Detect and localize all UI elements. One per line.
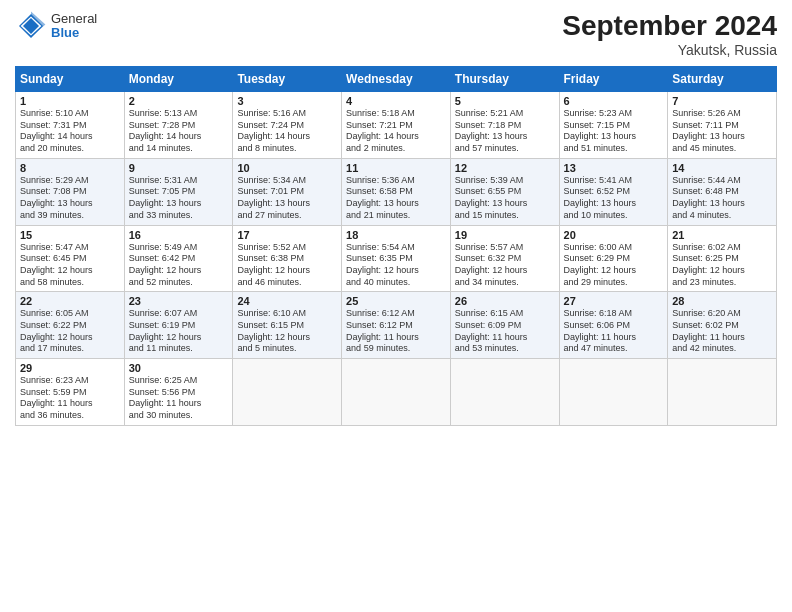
calendar-cell: 13Sunrise: 5:41 AM Sunset: 6:52 PM Dayli… bbox=[559, 158, 668, 225]
day-number: 16 bbox=[129, 229, 229, 241]
day-info: Sunrise: 5:41 AM Sunset: 6:52 PM Dayligh… bbox=[564, 175, 664, 222]
day-number: 30 bbox=[129, 362, 229, 374]
calendar-location: Yakutsk, Russia bbox=[562, 42, 777, 58]
day-info: Sunrise: 6:25 AM Sunset: 5:56 PM Dayligh… bbox=[129, 375, 229, 422]
calendar-cell bbox=[559, 359, 668, 426]
logo-blue-label: Blue bbox=[51, 26, 97, 40]
day-info: Sunrise: 5:34 AM Sunset: 7:01 PM Dayligh… bbox=[237, 175, 337, 222]
calendar-cell: 11Sunrise: 5:36 AM Sunset: 6:58 PM Dayli… bbox=[342, 158, 451, 225]
calendar-cell: 18Sunrise: 5:54 AM Sunset: 6:35 PM Dayli… bbox=[342, 225, 451, 292]
calendar-cell: 15Sunrise: 5:47 AM Sunset: 6:45 PM Dayli… bbox=[16, 225, 125, 292]
day-info: Sunrise: 6:15 AM Sunset: 6:09 PM Dayligh… bbox=[455, 308, 555, 355]
day-info: Sunrise: 6:12 AM Sunset: 6:12 PM Dayligh… bbox=[346, 308, 446, 355]
calendar-cell bbox=[450, 359, 559, 426]
day-number: 4 bbox=[346, 95, 446, 107]
day-number: 12 bbox=[455, 162, 555, 174]
title-block: September 2024 Yakutsk, Russia bbox=[562, 10, 777, 58]
day-info: Sunrise: 5:16 AM Sunset: 7:24 PM Dayligh… bbox=[237, 108, 337, 155]
calendar-cell: 6Sunrise: 5:23 AM Sunset: 7:15 PM Daylig… bbox=[559, 92, 668, 159]
calendar-cell bbox=[233, 359, 342, 426]
day-number: 20 bbox=[564, 229, 664, 241]
calendar-cell: 27Sunrise: 6:18 AM Sunset: 6:06 PM Dayli… bbox=[559, 292, 668, 359]
day-number: 9 bbox=[129, 162, 229, 174]
day-number: 14 bbox=[672, 162, 772, 174]
day-number: 25 bbox=[346, 295, 446, 307]
day-info: Sunrise: 6:23 AM Sunset: 5:59 PM Dayligh… bbox=[20, 375, 120, 422]
day-number: 1 bbox=[20, 95, 120, 107]
day-number: 7 bbox=[672, 95, 772, 107]
weekday-header-thursday: Thursday bbox=[450, 67, 559, 92]
day-info: Sunrise: 6:07 AM Sunset: 6:19 PM Dayligh… bbox=[129, 308, 229, 355]
calendar-cell: 24Sunrise: 6:10 AM Sunset: 6:15 PM Dayli… bbox=[233, 292, 342, 359]
calendar-cell bbox=[668, 359, 777, 426]
calendar-week-row: 22Sunrise: 6:05 AM Sunset: 6:22 PM Dayli… bbox=[16, 292, 777, 359]
day-info: Sunrise: 6:20 AM Sunset: 6:02 PM Dayligh… bbox=[672, 308, 772, 355]
calendar-cell: 14Sunrise: 5:44 AM Sunset: 6:48 PM Dayli… bbox=[668, 158, 777, 225]
calendar-cell: 20Sunrise: 6:00 AM Sunset: 6:29 PM Dayli… bbox=[559, 225, 668, 292]
header: General Blue September 2024 Yakutsk, Rus… bbox=[15, 10, 777, 58]
logo-icon bbox=[15, 10, 47, 42]
day-info: Sunrise: 5:54 AM Sunset: 6:35 PM Dayligh… bbox=[346, 242, 446, 289]
day-info: Sunrise: 5:26 AM Sunset: 7:11 PM Dayligh… bbox=[672, 108, 772, 155]
calendar-week-row: 29Sunrise: 6:23 AM Sunset: 5:59 PM Dayli… bbox=[16, 359, 777, 426]
calendar-week-row: 15Sunrise: 5:47 AM Sunset: 6:45 PM Dayli… bbox=[16, 225, 777, 292]
day-info: Sunrise: 6:00 AM Sunset: 6:29 PM Dayligh… bbox=[564, 242, 664, 289]
calendar-cell: 9Sunrise: 5:31 AM Sunset: 7:05 PM Daylig… bbox=[124, 158, 233, 225]
day-info: Sunrise: 5:47 AM Sunset: 6:45 PM Dayligh… bbox=[20, 242, 120, 289]
day-info: Sunrise: 5:29 AM Sunset: 7:08 PM Dayligh… bbox=[20, 175, 120, 222]
day-number: 6 bbox=[564, 95, 664, 107]
day-info: Sunrise: 5:49 AM Sunset: 6:42 PM Dayligh… bbox=[129, 242, 229, 289]
day-number: 11 bbox=[346, 162, 446, 174]
calendar-week-row: 1Sunrise: 5:10 AM Sunset: 7:31 PM Daylig… bbox=[16, 92, 777, 159]
weekday-header-row: SundayMondayTuesdayWednesdayThursdayFrid… bbox=[16, 67, 777, 92]
day-info: Sunrise: 6:05 AM Sunset: 6:22 PM Dayligh… bbox=[20, 308, 120, 355]
day-number: 24 bbox=[237, 295, 337, 307]
day-info: Sunrise: 6:10 AM Sunset: 6:15 PM Dayligh… bbox=[237, 308, 337, 355]
day-info: Sunrise: 6:18 AM Sunset: 6:06 PM Dayligh… bbox=[564, 308, 664, 355]
day-number: 22 bbox=[20, 295, 120, 307]
day-number: 27 bbox=[564, 295, 664, 307]
calendar-cell: 28Sunrise: 6:20 AM Sunset: 6:02 PM Dayli… bbox=[668, 292, 777, 359]
calendar-cell: 29Sunrise: 6:23 AM Sunset: 5:59 PM Dayli… bbox=[16, 359, 125, 426]
day-info: Sunrise: 5:52 AM Sunset: 6:38 PM Dayligh… bbox=[237, 242, 337, 289]
calendar-week-row: 8Sunrise: 5:29 AM Sunset: 7:08 PM Daylig… bbox=[16, 158, 777, 225]
day-number: 10 bbox=[237, 162, 337, 174]
calendar-cell: 26Sunrise: 6:15 AM Sunset: 6:09 PM Dayli… bbox=[450, 292, 559, 359]
day-info: Sunrise: 5:57 AM Sunset: 6:32 PM Dayligh… bbox=[455, 242, 555, 289]
weekday-header-monday: Monday bbox=[124, 67, 233, 92]
logo-general-label: General bbox=[51, 12, 97, 26]
weekday-header-wednesday: Wednesday bbox=[342, 67, 451, 92]
day-number: 19 bbox=[455, 229, 555, 241]
calendar-cell: 19Sunrise: 5:57 AM Sunset: 6:32 PM Dayli… bbox=[450, 225, 559, 292]
calendar-cell bbox=[342, 359, 451, 426]
calendar-cell: 30Sunrise: 6:25 AM Sunset: 5:56 PM Dayli… bbox=[124, 359, 233, 426]
day-info: Sunrise: 5:39 AM Sunset: 6:55 PM Dayligh… bbox=[455, 175, 555, 222]
day-number: 17 bbox=[237, 229, 337, 241]
day-number: 3 bbox=[237, 95, 337, 107]
calendar-cell: 17Sunrise: 5:52 AM Sunset: 6:38 PM Dayli… bbox=[233, 225, 342, 292]
calendar-cell: 8Sunrise: 5:29 AM Sunset: 7:08 PM Daylig… bbox=[16, 158, 125, 225]
day-info: Sunrise: 6:02 AM Sunset: 6:25 PM Dayligh… bbox=[672, 242, 772, 289]
calendar-cell: 16Sunrise: 5:49 AM Sunset: 6:42 PM Dayli… bbox=[124, 225, 233, 292]
day-info: Sunrise: 5:31 AM Sunset: 7:05 PM Dayligh… bbox=[129, 175, 229, 222]
calendar-cell: 10Sunrise: 5:34 AM Sunset: 7:01 PM Dayli… bbox=[233, 158, 342, 225]
day-info: Sunrise: 5:18 AM Sunset: 7:21 PM Dayligh… bbox=[346, 108, 446, 155]
calendar-cell: 4Sunrise: 5:18 AM Sunset: 7:21 PM Daylig… bbox=[342, 92, 451, 159]
calendar-cell: 5Sunrise: 5:21 AM Sunset: 7:18 PM Daylig… bbox=[450, 92, 559, 159]
calendar-table: SundayMondayTuesdayWednesdayThursdayFrid… bbox=[15, 66, 777, 426]
weekday-header-saturday: Saturday bbox=[668, 67, 777, 92]
calendar-cell: 3Sunrise: 5:16 AM Sunset: 7:24 PM Daylig… bbox=[233, 92, 342, 159]
calendar-cell: 12Sunrise: 5:39 AM Sunset: 6:55 PM Dayli… bbox=[450, 158, 559, 225]
day-number: 26 bbox=[455, 295, 555, 307]
day-number: 23 bbox=[129, 295, 229, 307]
calendar-cell: 25Sunrise: 6:12 AM Sunset: 6:12 PM Dayli… bbox=[342, 292, 451, 359]
weekday-header-tuesday: Tuesday bbox=[233, 67, 342, 92]
day-info: Sunrise: 5:36 AM Sunset: 6:58 PM Dayligh… bbox=[346, 175, 446, 222]
day-number: 2 bbox=[129, 95, 229, 107]
calendar-cell: 7Sunrise: 5:26 AM Sunset: 7:11 PM Daylig… bbox=[668, 92, 777, 159]
day-number: 18 bbox=[346, 229, 446, 241]
calendar-cell: 23Sunrise: 6:07 AM Sunset: 6:19 PM Dayli… bbox=[124, 292, 233, 359]
day-number: 29 bbox=[20, 362, 120, 374]
day-info: Sunrise: 5:10 AM Sunset: 7:31 PM Dayligh… bbox=[20, 108, 120, 155]
calendar-cell: 21Sunrise: 6:02 AM Sunset: 6:25 PM Dayli… bbox=[668, 225, 777, 292]
